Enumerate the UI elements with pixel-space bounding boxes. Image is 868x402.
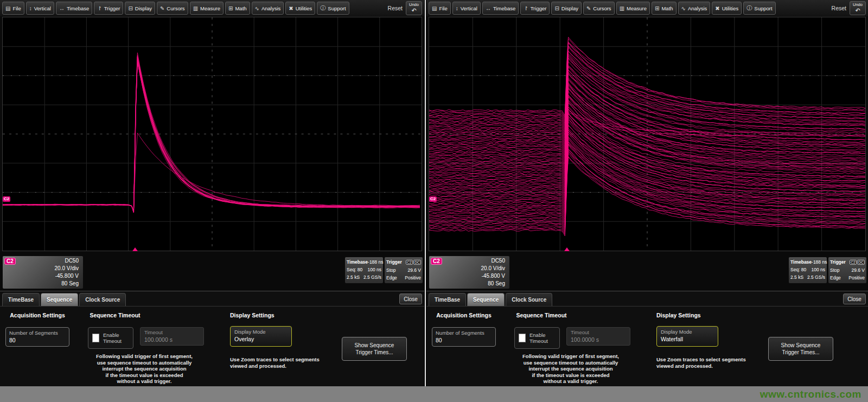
waveform-grid[interactable]: C2 — [2, 17, 422, 251]
enable-timeout-control[interactable]: EnableTimeout — [88, 327, 133, 349]
timeout-label: Timeout — [571, 329, 626, 336]
trigger-position-marker[interactable] — [564, 247, 570, 251]
menu-display-button[interactable]: ⊟Display — [551, 2, 582, 15]
zoom-traces-note: Use Zoom traces to select segmentsviewed… — [230, 356, 320, 369]
trigger-mode: Stop — [830, 266, 840, 274]
close-button[interactable]: Close — [843, 293, 866, 304]
close-button[interactable]: Close — [399, 293, 422, 304]
menu-utilities-label: Utilities — [722, 5, 739, 11]
menu-measure-button[interactable]: ▥Measure — [616, 2, 650, 15]
enable-timeout-checkbox[interactable] — [92, 334, 99, 342]
menu-math-button[interactable]: ⊞Math — [225, 2, 250, 15]
tab-clock-source[interactable]: Clock Source — [79, 293, 126, 306]
menu-file-button[interactable]: ▤File — [2, 2, 24, 15]
menu-timebase-button[interactable]: ↔Timebase — [482, 2, 519, 15]
timeout-field[interactable]: Timeout 100.0000 s — [140, 327, 204, 346]
menu-measure-button[interactable]: ▥Measure — [190, 2, 224, 15]
menu-cursors-button[interactable]: ✎Cursors — [157, 2, 188, 15]
display-mode-select[interactable]: Display Mode Overlay — [230, 326, 292, 347]
watermark-bar: www.cntronics.com — [0, 386, 868, 402]
menu-vertical-button[interactable]: ↕Vertical — [452, 2, 481, 15]
tab-timebase[interactable]: TimeBase — [2, 293, 40, 306]
menu-support-button[interactable]: ⓘSupport — [317, 2, 349, 15]
menu-analysis-button[interactable]: ∿Analysis — [252, 2, 284, 15]
menu-vertical-button[interactable]: ↕Vertical — [26, 2, 54, 15]
tab-timebase[interactable]: TimeBase — [429, 293, 466, 306]
menu-utilities-button[interactable]: ✖Utilities — [712, 2, 742, 15]
timeout-value: 100.0000 s — [144, 336, 200, 343]
undo-label: Undo — [853, 3, 863, 7]
trigger-summary[interactable]: Trigger C2DC Stop 29.6 V Edge Positive — [828, 257, 866, 283]
enable-timeout-label: EnableTimeout — [103, 332, 122, 344]
timebase-rate: 2.5 GS/s — [363, 273, 381, 281]
menu-display-label: Display — [135, 5, 152, 11]
menu-file-label: File — [12, 5, 21, 11]
reset-button[interactable]: Reset — [388, 5, 403, 11]
waveform-plot — [429, 17, 865, 251]
trigger-source-badges: C2DC — [849, 258, 865, 266]
undo-button[interactable]: Undo ↶ — [850, 1, 866, 15]
screenshot-divider — [424, 0, 426, 402]
overlay-scope: ▤File↕Vertical↔Timebase↾Trigger⊟Display✎… — [0, 0, 424, 402]
trigger-position-marker[interactable] — [132, 247, 138, 251]
menu-cursors-button[interactable]: ✎Cursors — [583, 2, 615, 15]
menu-support-label: Support — [328, 5, 346, 11]
timeout-field[interactable]: Timeout 100.0000 s — [566, 327, 630, 346]
timebase-summary[interactable]: Timebase -188 ns Seq: 80 100 ns 2.5 kS 2… — [345, 257, 383, 283]
waveform-grid[interactable]: C2 — [429, 17, 866, 251]
channel-vdiv: 20.0 V/div — [481, 265, 505, 272]
channel-offset-marker[interactable]: C2 — [429, 196, 437, 202]
menu-support-button[interactable]: ⓘSupport — [743, 2, 775, 15]
menu-timebase-label: Timebase — [493, 5, 515, 11]
menu-vertical-label: Vertical — [34, 5, 51, 11]
menu-timebase-button[interactable]: ↔Timebase — [56, 2, 92, 15]
menu-math-button[interactable]: ⊞Math — [652, 2, 676, 15]
channel-coupling: DC50 — [481, 257, 505, 265]
enable-timeout-control[interactable]: EnableTimeout — [514, 327, 560, 349]
timebase-delay: -188 ns — [812, 258, 827, 266]
trigger-summary[interactable]: Trigger C2DC Stop 29.6 V Edge Positive — [385, 257, 423, 283]
number-of-segments-label: Number of Segments — [436, 329, 492, 336]
timebase-summary[interactable]: Timebase -188 ns Seq: 80 100 ns 2.5 kS 2… — [789, 257, 827, 283]
channel-descriptor[interactable]: C2 DC50 20.0 V/div -45.800 V 80 Seg — [3, 256, 83, 289]
undo-button[interactable]: Undo ↶ — [406, 1, 422, 15]
acquisition-settings-header: Acquisition Settings — [5, 312, 69, 318]
menu-utilities-button[interactable]: ✖Utilities — [285, 2, 315, 15]
menu-measure-label: Measure — [627, 5, 647, 11]
channel-offset-marker[interactable]: C2 — [3, 196, 10, 202]
tab-clock-source[interactable]: Clock Source — [506, 293, 552, 306]
trigger-level: 29.6 V — [851, 266, 865, 274]
channel-readouts: DC50 20.0 V/div -45.800 V 80 Seg — [481, 257, 505, 288]
display-icon: ⊟ — [554, 5, 559, 11]
menu-file-button[interactable]: ▤File — [429, 2, 451, 15]
display-mode-select[interactable]: Display Mode Waterfall — [656, 326, 718, 347]
utilities-tools-icon: ✖ — [289, 5, 293, 11]
trigger-type: Edge — [830, 274, 841, 282]
menu-display-label: Display — [561, 5, 578, 11]
number-of-segments-label: Number of Segments — [9, 329, 66, 336]
timebase-samples: 2.5 kS — [790, 273, 803, 281]
reset-button[interactable]: Reset — [832, 5, 846, 11]
menu-measure-label: Measure — [200, 5, 220, 11]
enable-timeout-checkbox[interactable] — [519, 334, 526, 342]
cursor-pencil-icon: ✎ — [160, 5, 164, 11]
trigger-source-badges: C2DC — [405, 258, 421, 266]
trigger-source-badge: C2 — [850, 260, 857, 265]
show-sequence-trigger-times-button[interactable]: Show SequenceTrigger Times... — [768, 337, 833, 361]
menu-analysis-button[interactable]: ∿Analysis — [678, 2, 711, 15]
trigger-slope: Positive — [848, 274, 865, 282]
menu-trigger-button[interactable]: ↾Trigger — [520, 2, 550, 15]
menu-trigger-button[interactable]: ↾Trigger — [94, 2, 123, 15]
tab-sequence[interactable]: Sequence — [467, 293, 505, 306]
channel-descriptor[interactable]: C2 DC50 20.0 V/div -45.800 V 80 Seg — [429, 256, 509, 289]
undo-label: Undo — [409, 3, 419, 7]
show-sequence-trigger-times-button[interactable]: Show SequenceTrigger Times... — [342, 337, 407, 361]
display-mode-value: Waterfall — [661, 335, 714, 343]
number-of-segments-field[interactable]: Number of Segments 80 — [432, 327, 496, 347]
trigger-level: 29.6 V — [407, 266, 421, 274]
trigger-slope: Positive — [405, 274, 421, 282]
timebase-delay: -188 ns — [368, 258, 383, 266]
number-of-segments-field[interactable]: Number of Segments 80 — [5, 327, 69, 347]
menu-display-button[interactable]: ⊟Display — [125, 2, 155, 15]
tab-sequence[interactable]: Sequence — [41, 293, 78, 306]
